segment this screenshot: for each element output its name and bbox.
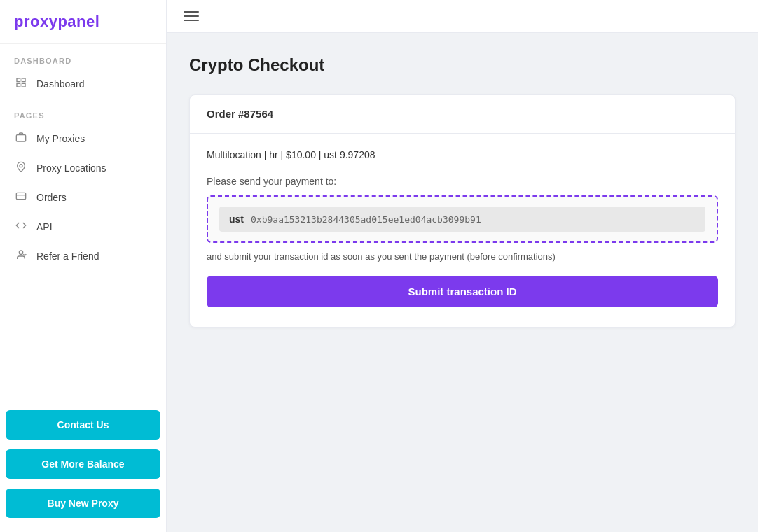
sidebar-item-dashboard[interactable]: Dashboard [0,69,166,99]
sidebar-item-refer-a-friend-label: Refer a Friend [36,251,99,262]
contact-us-button[interactable]: Contact Us [6,410,160,440]
refer-icon [14,249,28,263]
my-proxies-icon [14,132,28,146]
svg-point-7 [19,251,22,254]
proxy-locations-icon [14,161,28,175]
svg-rect-2 [17,83,20,87]
sidebar-item-refer-a-friend[interactable]: Refer a Friend [0,241,166,271]
page-content: Crypto Checkout Order #87564 Multilocati… [167,33,758,532]
page-title: Crypto Checkout [189,55,736,75]
sidebar-section-dashboard: DASHBOARD [0,44,166,69]
sidebar-buttons: Contact Us Get More Balance Buy New Prox… [0,399,166,532]
api-icon [14,220,28,234]
card-header: Order #87564 [190,95,735,134]
dashboard-icon [14,77,28,91]
payment-instruction: Please send your payment to: [207,176,718,187]
svg-rect-6 [16,192,25,199]
svg-rect-3 [22,83,25,87]
sidebar-item-orders[interactable]: Orders [0,183,166,212]
wallet-address: 0xb9aa153213b2844305ad015ee1ed04acb3099b… [251,214,481,225]
topbar [167,0,758,33]
sidebar-item-dashboard-label: Dashboard [36,78,85,90]
submit-transaction-button[interactable]: Submit transaction ID [207,276,718,307]
sidebar: proxypanel DASHBOARD Dashboard PAGES My … [0,0,167,532]
sidebar-item-my-proxies-label: My Proxies [36,133,85,144]
wallet-prefix: ust [229,214,244,225]
order-number: Order #87564 [207,108,273,120]
wallet-input[interactable]: ust 0xb9aa153213b2844305ad015ee1ed04acb3… [219,206,705,232]
svg-rect-0 [17,78,20,82]
card-body: Multilocation | hr | $10.00 | ust 9.9720… [190,134,735,327]
svg-rect-4 [16,135,25,141]
checkout-card: Order #87564 Multilocation | hr | $10.00… [189,94,736,328]
sidebar-item-api-label: API [36,221,53,232]
brand-logo: proxypanel [0,0,166,44]
svg-point-5 [20,164,22,167]
hamburger-menu-button[interactable] [184,11,199,21]
svg-rect-1 [22,78,25,82]
sidebar-item-orders-label: Orders [36,192,67,203]
sidebar-item-proxy-locations-label: Proxy Locations [36,162,106,174]
sidebar-section-pages: PAGES [0,99,166,124]
order-detail: Multilocation | hr | $10.00 | ust 9.9720… [207,149,718,160]
wallet-dashed-box: ust 0xb9aa153213b2844305ad015ee1ed04acb3… [207,195,718,243]
main-content: Crypto Checkout Order #87564 Multilocati… [167,0,758,532]
submit-note: and submit your transaction id as soon a… [207,251,718,262]
get-more-balance-button[interactable]: Get More Balance [6,449,160,479]
sidebar-item-proxy-locations[interactable]: Proxy Locations [0,153,166,183]
sidebar-item-my-proxies[interactable]: My Proxies [0,124,166,153]
buy-new-proxy-button[interactable]: Buy New Proxy [6,489,160,518]
orders-icon [14,190,28,204]
sidebar-item-api[interactable]: API [0,212,166,241]
